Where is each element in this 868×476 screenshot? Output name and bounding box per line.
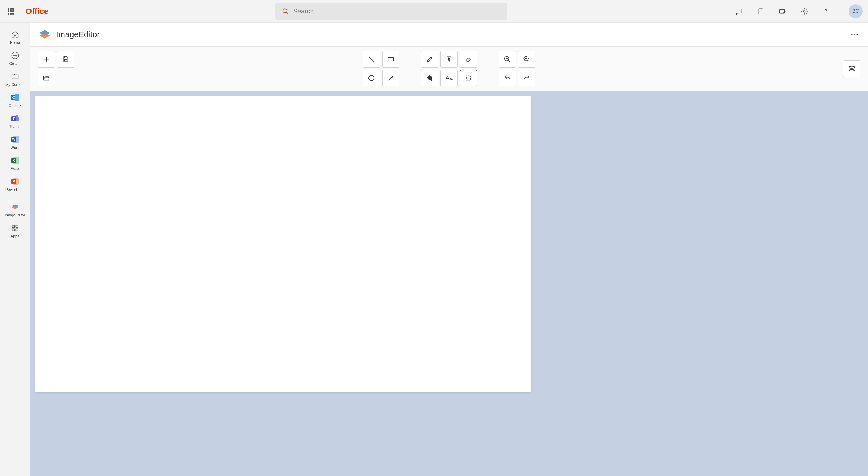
eraser-tool-button[interactable] bbox=[460, 51, 477, 68]
ellipse-icon bbox=[367, 74, 375, 82]
app-more-button[interactable] bbox=[848, 31, 861, 38]
sidebar-item-teams[interactable]: T Teams bbox=[0, 110, 30, 131]
sidebar-item-word[interactable]: W Word bbox=[0, 131, 30, 152]
zoom-in-button[interactable] bbox=[518, 51, 535, 68]
fill-tool-button[interactable] bbox=[421, 70, 438, 87]
sidebar-item-excel[interactable]: X Excel bbox=[0, 152, 30, 173]
save-button[interactable] bbox=[57, 51, 74, 68]
svg-point-13 bbox=[16, 115, 18, 117]
search-box[interactable] bbox=[276, 3, 507, 20]
text-icon: Aa bbox=[445, 75, 453, 81]
sidebar-item-label: Word bbox=[10, 145, 20, 150]
canvas-area[interactable] bbox=[30, 91, 868, 476]
pencil-icon bbox=[426, 56, 433, 63]
search-container bbox=[49, 3, 734, 20]
flag-icon bbox=[757, 8, 764, 15]
toolbar-group-file bbox=[38, 51, 74, 87]
open-button[interactable] bbox=[38, 70, 55, 87]
search-input[interactable] bbox=[293, 7, 501, 15]
svg-text:P: P bbox=[12, 179, 14, 183]
zoom-out-icon bbox=[503, 56, 511, 63]
settings-button[interactable] bbox=[800, 6, 809, 16]
gear-icon bbox=[801, 7, 808, 15]
svg-rect-25 bbox=[12, 225, 14, 228]
chat-icon bbox=[735, 7, 743, 15]
word-icon: W bbox=[10, 134, 21, 145]
sidebar-item-imageeditor[interactable]: ImageEditor bbox=[0, 199, 30, 220]
svg-rect-37 bbox=[388, 58, 394, 61]
arrow-tool-button[interactable] bbox=[382, 70, 400, 87]
more-horizontal-icon bbox=[851, 33, 858, 36]
sidebar-item-home[interactable]: Home bbox=[0, 26, 30, 47]
teams-icon: T bbox=[10, 113, 21, 124]
svg-rect-41 bbox=[466, 76, 471, 80]
user-avatar[interactable]: BC bbox=[848, 4, 863, 18]
svg-rect-9 bbox=[14, 94, 19, 101]
svg-point-49 bbox=[849, 66, 855, 68]
header-actions: BC bbox=[734, 4, 863, 18]
sidebar-item-label: PowerPoint bbox=[5, 188, 25, 192]
toolbar-group-shapes bbox=[363, 51, 400, 87]
help-icon bbox=[823, 8, 830, 15]
svg-line-43 bbox=[508, 60, 510, 62]
svg-line-36 bbox=[369, 57, 374, 62]
sidebar-item-label: Apps bbox=[11, 234, 20, 238]
svg-point-30 bbox=[854, 34, 855, 35]
app-launcher-button[interactable] bbox=[5, 6, 16, 17]
apps-icon bbox=[10, 223, 21, 233]
folder-open-icon bbox=[42, 74, 50, 82]
search-icon bbox=[282, 8, 289, 15]
svg-point-11 bbox=[13, 97, 14, 98]
svg-text:T: T bbox=[13, 117, 15, 121]
svg-rect-14 bbox=[16, 117, 19, 121]
redo-button[interactable] bbox=[518, 70, 535, 87]
line-icon bbox=[367, 55, 375, 63]
brand-name[interactable]: Office bbox=[26, 7, 49, 16]
sidebar-item-my-content[interactable]: My Content bbox=[0, 68, 30, 90]
arrow-icon bbox=[387, 74, 395, 82]
svg-point-0 bbox=[283, 9, 287, 13]
new-button[interactable] bbox=[38, 51, 55, 68]
create-icon bbox=[10, 50, 21, 61]
text-tool-button[interactable]: Aa bbox=[440, 70, 458, 87]
sidebar-item-outlook[interactable]: Outlook bbox=[0, 90, 30, 110]
help-button[interactable] bbox=[822, 6, 831, 16]
inbox-button[interactable] bbox=[778, 6, 787, 16]
content-area: ImageEditor bbox=[30, 23, 868, 476]
sidebar-item-label: ImageEditor bbox=[5, 213, 25, 217]
toolbar: Aa bbox=[30, 46, 868, 91]
flag-button[interactable] bbox=[756, 6, 766, 16]
svg-line-46 bbox=[528, 60, 529, 62]
svg-rect-28 bbox=[16, 229, 18, 231]
ellipse-tool-button[interactable] bbox=[363, 70, 380, 87]
undo-icon bbox=[503, 74, 511, 82]
zoom-out-button[interactable] bbox=[499, 51, 516, 68]
undo-button[interactable] bbox=[499, 70, 516, 87]
sidebar-item-label: Create bbox=[9, 61, 21, 66]
sidebar-item-powerpoint[interactable]: P PowerPoint bbox=[0, 173, 30, 194]
select-tool-button[interactable] bbox=[460, 70, 477, 87]
svg-point-29 bbox=[851, 34, 852, 35]
svg-point-38 bbox=[369, 75, 374, 81]
home-icon bbox=[10, 29, 21, 40]
sidebar-item-create[interactable]: Create bbox=[0, 47, 30, 68]
app-title-bar: ImageEditor bbox=[30, 23, 868, 46]
top-header: Office bbox=[0, 0, 868, 23]
layers-icon bbox=[848, 65, 856, 73]
rectangle-tool-button[interactable] bbox=[382, 51, 400, 68]
svg-rect-26 bbox=[16, 225, 18, 228]
inbox-check-icon bbox=[778, 7, 786, 15]
brush-tool-button[interactable] bbox=[440, 51, 458, 68]
notifications-button[interactable] bbox=[734, 6, 744, 16]
sidebar-item-label: My Content bbox=[5, 82, 25, 87]
sidebar-item-apps[interactable]: Apps bbox=[0, 220, 30, 241]
line-tool-button[interactable] bbox=[363, 51, 380, 68]
svg-text:X: X bbox=[12, 159, 14, 162]
toolbar-group-view bbox=[499, 51, 535, 87]
svg-rect-35 bbox=[65, 60, 67, 61]
svg-point-31 bbox=[857, 34, 858, 35]
pencil-tool-button[interactable] bbox=[421, 51, 438, 68]
svg-line-39 bbox=[389, 76, 393, 80]
canvas[interactable] bbox=[35, 96, 530, 392]
layers-button[interactable] bbox=[843, 60, 861, 77]
